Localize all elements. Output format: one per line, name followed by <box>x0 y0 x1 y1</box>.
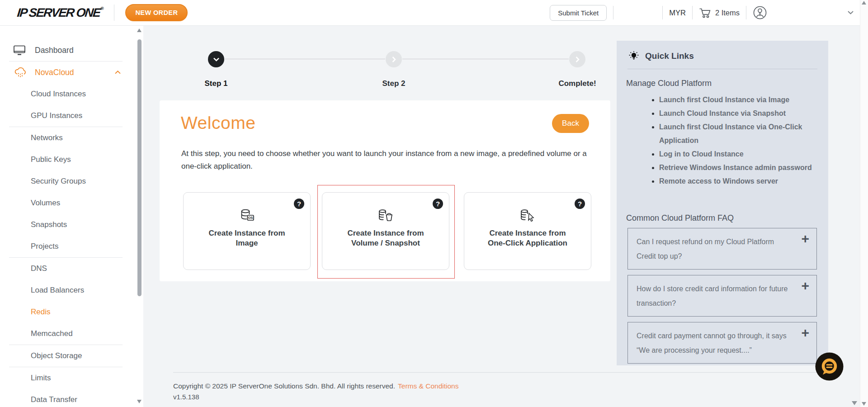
new-order-button[interactable]: NEW ORDER <box>125 4 188 21</box>
scrollbar-thumb[interactable] <box>137 39 142 296</box>
chat-bubble-icon <box>815 352 844 381</box>
quick-link[interactable]: Retrieve Windows Instance admin password <box>659 161 817 175</box>
sidebar-item-novacloud[interactable]: NovaCloud <box>0 62 143 83</box>
stepper-line <box>402 58 569 60</box>
expand-plus-icon[interactable]: + <box>801 325 809 341</box>
faq-question: Credit card payment cannot go through, i… <box>637 329 788 358</box>
quick-link[interactable]: Launch Cloud Instance via Snapshot <box>659 107 817 120</box>
main-content: Step 1 Step 2 Complete! Welcome Back At … <box>143 26 860 407</box>
sidebar-item-projects[interactable]: Projects <box>0 236 143 257</box>
stepper-line <box>225 58 385 60</box>
sidebar-item-gpu-instances[interactable]: GPU Instances <box>0 105 143 127</box>
scroll-up-arrow[interactable] <box>862 1 866 5</box>
quick-links-panel: Quick Links Manage Cloud Platform Launch… <box>617 41 828 365</box>
volume-snapshot-icon <box>377 208 395 225</box>
header-divider <box>613 6 613 19</box>
top-header: IP SERVER ONE® NEW ORDER Submit Ticket M… <box>0 0 868 26</box>
faq-item-refund[interactable]: Can I request refund on my Cloud Platfor… <box>627 228 817 270</box>
sidebar: Dashboard NovaCloud Cloud Instances <box>0 26 143 407</box>
registered-mark: ® <box>100 6 104 11</box>
panel-divider <box>627 69 817 69</box>
ipserverone-logo: IP SERVER ONE® <box>16 6 104 20</box>
expand-plus-icon[interactable]: + <box>801 278 809 293</box>
card-create-instance-from-volume-snapshot[interactable]: ? Create Instance from Volume / Snapshot <box>322 192 449 270</box>
footer-copyright: Copyright © 2025 IP ServerOne Solutions … <box>173 382 458 390</box>
expand-plus-icon[interactable]: + <box>801 231 809 246</box>
lightbulb-icon <box>628 51 639 62</box>
card-create-instance-from-one-click-application[interactable]: ? Create Instance from One-Click Applica… <box>464 192 591 270</box>
sidebar-item-volumes[interactable]: Volumes <box>0 192 143 214</box>
dashboard-monitor-icon <box>14 45 27 56</box>
card-create-instance-from-image[interactable]: ? OS Create Instance from Image <box>183 192 311 270</box>
sidebar-item-networks[interactable]: Networks <box>0 127 143 149</box>
header-divider <box>662 6 663 19</box>
page-scrollbar[interactable] <box>860 0 868 407</box>
sidebar-item-data-transfer[interactable]: Data Transfer <box>0 389 143 407</box>
sidebar-item-limits[interactable]: Limits <box>0 367 143 389</box>
live-chat-button[interactable] <box>815 352 844 381</box>
sidebar-item-memcached[interactable]: Memcached <box>0 323 143 345</box>
cart-count: 2 Items <box>715 9 740 17</box>
scroll-up-arrow[interactable] <box>137 28 142 32</box>
sidebar-item-dashboard[interactable]: Dashboard <box>0 39 143 61</box>
step1-label: Step 1 <box>180 79 252 88</box>
help-icon[interactable]: ? <box>433 199 443 209</box>
help-icon[interactable]: ? <box>294 199 304 209</box>
welcome-card: Welcome Back At this step, you need to c… <box>160 100 610 281</box>
quick-links-list: Launch first Cloud Instance via Image La… <box>649 93 817 188</box>
quick-link[interactable]: Launch first Cloud Instance via One-Clic… <box>659 120 817 147</box>
card-title: Create Instance from Image <box>206 228 288 248</box>
currency-selector[interactable]: MYR <box>669 9 686 17</box>
faq-question: Can I request refund on my Cloud Platfor… <box>637 235 788 264</box>
scroll-down-arrow[interactable] <box>862 402 866 406</box>
step2-circle <box>386 51 402 67</box>
submit-ticket-button[interactable]: Submit Ticket <box>550 5 607 21</box>
sidebar-item-redis[interactable]: Redis <box>0 301 143 323</box>
quick-link[interactable]: Launch first Cloud Instance via Image <box>659 93 817 107</box>
sidebar-item-public-keys[interactable]: Public Keys <box>0 149 143 170</box>
header-divider <box>692 6 693 19</box>
app-version: v1.5.138 <box>173 393 199 401</box>
header-divider <box>746 6 746 19</box>
terms-and-conditions-link[interactable]: Terms & Conditions <box>398 382 458 390</box>
profile-icon[interactable] <box>753 5 767 20</box>
step-description: At this step, you need to choose whether… <box>181 147 590 172</box>
sidebar-item-dns[interactable]: DNS <box>0 258 143 279</box>
header-divider <box>114 5 114 21</box>
step-complete-label: Complete! <box>541 79 613 88</box>
sidebar-item-load-balancers[interactable]: Load Balancers <box>0 279 143 301</box>
svg-text:OS: OS <box>248 216 253 220</box>
sidebar-item-security-groups[interactable]: Security Groups <box>0 170 143 192</box>
sidebar-scrollbar[interactable] <box>136 26 143 407</box>
back-button[interactable]: Back <box>552 114 589 133</box>
sidebar-item-cloud-instances[interactable]: Cloud Instances <box>0 83 143 105</box>
manage-cloud-platform-heading: Manage Cloud Platform <box>626 79 712 88</box>
page-title: Welcome <box>181 113 255 133</box>
chevron-down-icon[interactable] <box>848 11 854 14</box>
chevron-right-icon <box>392 57 396 62</box>
sidebar-item-snapshots[interactable]: Snapshots <box>0 214 143 236</box>
scroll-down-arrow[interactable] <box>137 400 142 403</box>
step1-circle <box>208 51 224 67</box>
chevron-right-icon <box>576 57 580 62</box>
footer-divider <box>173 372 828 373</box>
faq-item-store-credit-card[interactable]: How do I store credit card information f… <box>627 275 817 317</box>
user-name-redacted <box>620 7 656 19</box>
cart-button[interactable]: 2 Items <box>699 7 740 19</box>
sidebar-item-object-storage[interactable]: Object Storage <box>0 345 143 367</box>
sidebar-item-label: NovaCloud <box>35 68 74 77</box>
quick-link[interactable]: Remote access to Windows server <box>659 175 817 188</box>
help-icon[interactable]: ? <box>575 199 585 209</box>
cart-icon <box>699 7 712 19</box>
logo-text: IP SERVER ONE <box>16 6 100 19</box>
faq-item-payment-processing[interactable]: Credit card payment cannot go through, i… <box>627 322 817 364</box>
card-title: Create Instance from Volume / Snapshot <box>345 228 426 248</box>
faq-heading: Common Cloud Platform FAQ <box>626 213 734 223</box>
scroll-down-arrow[interactable] <box>852 401 857 405</box>
card-title: Create Instance from One-Click Applicati… <box>487 228 568 248</box>
step2-label: Step 2 <box>358 79 430 88</box>
sidebar-item-label: Dashboard <box>35 46 74 55</box>
chevron-up-icon[interactable] <box>115 71 121 74</box>
cloud-icon <box>14 66 27 79</box>
quick-link[interactable]: Log in to Cloud Instance <box>659 147 817 161</box>
